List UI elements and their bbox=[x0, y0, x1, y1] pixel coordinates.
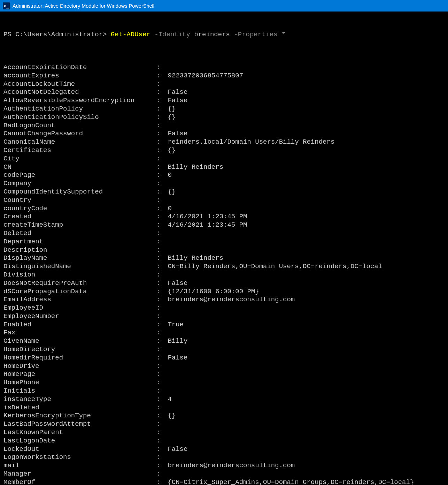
property-value: False bbox=[164, 279, 187, 288]
property-row: LastKnownParent: bbox=[3, 429, 445, 437]
property-row: AccountExpirationDate: bbox=[3, 63, 445, 72]
property-value bbox=[164, 387, 168, 395]
colon-separator: : bbox=[157, 445, 164, 454]
property-value: 4 bbox=[164, 395, 172, 404]
property-name: HomePhone bbox=[3, 379, 157, 387]
colon-separator: : bbox=[157, 437, 164, 445]
property-value: True bbox=[164, 321, 184, 329]
property-value: breinders@reindersconsulting.com bbox=[164, 296, 295, 304]
property-name: Fax bbox=[3, 329, 157, 337]
property-name: AccountLockoutTime bbox=[3, 80, 157, 89]
property-name: Enabled bbox=[3, 321, 157, 329]
colon-separator: : bbox=[157, 180, 164, 188]
prompt-prefix: PS C:\Users\Administrator> bbox=[3, 31, 111, 38]
powershell-window: >_ Administrator: Active Directory Modul… bbox=[0, 0, 448, 485]
colon-separator: : bbox=[157, 420, 164, 429]
property-row: MemberOf: {CN=Citrix_Super_Admins,OU=Dom… bbox=[3, 478, 445, 485]
colon-separator: : bbox=[157, 312, 164, 321]
property-row: CompoundIdentitySupported: {} bbox=[3, 188, 445, 196]
colon-separator: : bbox=[157, 130, 164, 138]
property-name: LockedOut bbox=[3, 445, 157, 454]
property-name: Deleted bbox=[3, 229, 157, 238]
colon-separator: : bbox=[157, 105, 164, 113]
property-value bbox=[164, 312, 168, 321]
property-value bbox=[164, 362, 168, 371]
property-name: countryCode bbox=[3, 205, 157, 213]
arg-properties: * bbox=[281, 31, 285, 38]
property-value: False bbox=[164, 88, 187, 97]
property-name: GivenName bbox=[3, 337, 157, 346]
property-name: EmailAddress bbox=[3, 296, 157, 304]
property-value: 4/16/2021 1:23:45 PM bbox=[164, 213, 247, 221]
property-name: HomeDirectory bbox=[3, 346, 157, 354]
property-row: countryCode: 0 bbox=[3, 205, 445, 213]
colon-separator: : bbox=[157, 205, 164, 213]
property-name: CN bbox=[3, 163, 157, 172]
colon-separator: : bbox=[157, 171, 164, 180]
colon-separator: : bbox=[157, 329, 164, 337]
property-name: Division bbox=[3, 271, 157, 279]
colon-separator: : bbox=[157, 188, 164, 196]
property-row: LockedOut: False bbox=[3, 445, 445, 454]
property-value bbox=[164, 370, 168, 379]
property-row: Deleted: bbox=[3, 229, 445, 238]
property-name: LastLogonDate bbox=[3, 437, 157, 445]
property-row: LastLogonDate: bbox=[3, 437, 445, 445]
param-identity: -Identity bbox=[150, 31, 194, 38]
property-row: KerberosEncryptionType: {} bbox=[3, 412, 445, 420]
property-name: KerberosEncryptionType bbox=[3, 412, 157, 420]
property-name: AccountNotDelegated bbox=[3, 88, 157, 97]
property-name: Manager bbox=[3, 470, 157, 478]
property-value bbox=[164, 80, 168, 89]
property-value: False bbox=[164, 130, 187, 138]
colon-separator: : bbox=[157, 429, 164, 437]
colon-separator: : bbox=[157, 196, 164, 205]
property-name: Description bbox=[3, 246, 157, 255]
property-row: dSCorePropagationData: {12/31/1600 6:00:… bbox=[3, 288, 445, 296]
output-container: AccountExpirationDate: accountExpires: 9… bbox=[3, 63, 445, 485]
property-name: AllowReversiblePasswordEncryption bbox=[3, 97, 157, 105]
colon-separator: : bbox=[157, 470, 164, 478]
colon-separator: : bbox=[157, 462, 164, 470]
property-row: GivenName: Billy bbox=[3, 337, 445, 346]
property-value bbox=[164, 271, 168, 279]
colon-separator: : bbox=[157, 453, 164, 462]
property-row: CanonicalName: reinders.local/Domain Use… bbox=[3, 138, 445, 146]
titlebar[interactable]: >_ Administrator: Active Directory Modul… bbox=[0, 0, 448, 12]
property-value: {CN=Citrix_Super_Admins,OU=Domain Groups… bbox=[164, 478, 414, 485]
property-row: Initials: bbox=[3, 387, 445, 395]
property-value bbox=[164, 379, 168, 387]
property-name: isDeleted bbox=[3, 404, 157, 412]
colon-separator: : bbox=[157, 254, 164, 263]
property-value: False bbox=[164, 97, 187, 105]
property-name: HomeDrive bbox=[3, 362, 157, 371]
property-row: mail: breinders@reindersconsulting.com bbox=[3, 462, 445, 470]
colon-separator: : bbox=[157, 296, 164, 304]
property-name: createTimeStamp bbox=[3, 221, 157, 229]
property-value bbox=[164, 437, 168, 445]
colon-separator: : bbox=[157, 271, 164, 279]
property-row: BadLogonCount: bbox=[3, 122, 445, 130]
property-name: CanonicalName bbox=[3, 138, 157, 146]
property-value: {} bbox=[164, 412, 176, 420]
property-row: CannotChangePassword: False bbox=[3, 130, 445, 138]
property-name: DoesNotRequirePreAuth bbox=[3, 279, 157, 288]
property-name: CompoundIdentitySupported bbox=[3, 188, 157, 196]
property-name: HomedirRequired bbox=[3, 354, 157, 362]
property-name: DisplayName bbox=[3, 254, 157, 263]
colon-separator: : bbox=[157, 138, 164, 146]
property-name: AuthenticationPolicySilo bbox=[3, 113, 157, 122]
property-row: codePage: 0 bbox=[3, 171, 445, 180]
property-name: codePage bbox=[3, 171, 157, 180]
property-value: 9223372036854775807 bbox=[164, 72, 243, 80]
terminal-output[interactable]: PS C:\Users\Administrator> Get-ADUser -I… bbox=[0, 12, 448, 485]
property-row: DistinguishedName: CN=Billy Reinders,OU=… bbox=[3, 263, 445, 271]
property-value: 0 bbox=[164, 205, 172, 213]
property-name: instanceType bbox=[3, 395, 157, 404]
colon-separator: : bbox=[157, 404, 164, 412]
property-name: AuthenticationPolicy bbox=[3, 105, 157, 113]
property-row: HomeDrive: bbox=[3, 362, 445, 371]
colon-separator: : bbox=[157, 263, 164, 271]
colon-separator: : bbox=[157, 221, 164, 229]
colon-separator: : bbox=[157, 155, 164, 163]
